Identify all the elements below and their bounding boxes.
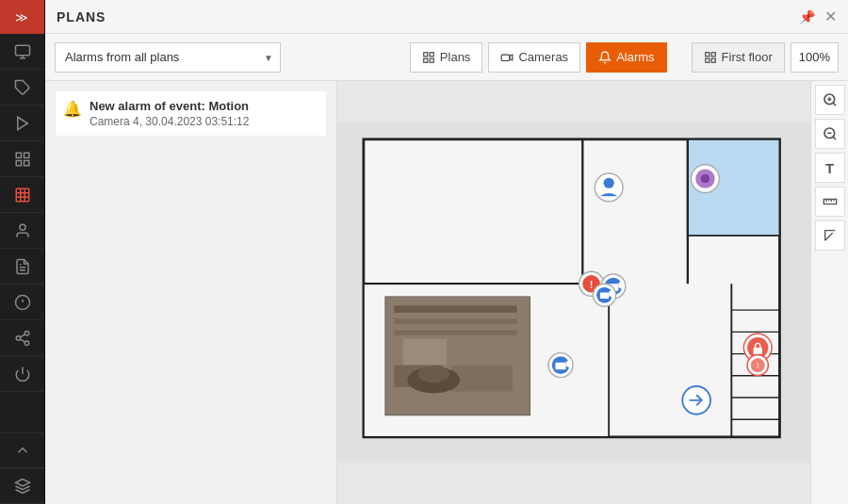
dropdown-container: Alarms from all plans First floor Second… xyxy=(55,42,281,73)
plans-icon xyxy=(422,51,435,64)
svg-rect-35 xyxy=(711,52,715,56)
zoom-display: 100% xyxy=(791,42,839,73)
content-area: 🔔 New alarm of event: Motion Camera 4, 3… xyxy=(45,81,848,504)
svg-point-15 xyxy=(20,224,25,230)
svg-rect-1 xyxy=(15,45,29,56)
sidebar-item-nodes[interactable] xyxy=(0,320,44,356)
cameras-button[interactable]: Cameras xyxy=(488,42,580,73)
svg-text:≫: ≫ xyxy=(15,10,28,24)
alarm-title: New alarm of event: Motion xyxy=(90,99,249,113)
cameras-icon xyxy=(500,51,514,64)
close-icon[interactable]: ✕ xyxy=(824,8,837,25)
svg-rect-34 xyxy=(705,52,709,56)
svg-rect-28 xyxy=(424,52,428,56)
svg-rect-56 xyxy=(394,305,516,312)
svg-rect-8 xyxy=(16,160,21,165)
svg-point-21 xyxy=(24,331,29,335)
svg-rect-9 xyxy=(24,160,28,165)
main-panel: PLANS 📌 ✕ Alarms from all plans First fl… xyxy=(45,0,848,504)
floor-plan-area: ! xyxy=(337,81,848,504)
svg-point-22 xyxy=(16,335,21,340)
svg-rect-60 xyxy=(460,339,495,361)
alarm-bell-icon: 🔔 xyxy=(63,100,82,118)
svg-rect-79 xyxy=(600,293,609,300)
sidebar-item-monitor[interactable] xyxy=(0,34,44,70)
alarm-subtitle: Camera 4, 30.04.2023 03:51:12 xyxy=(90,115,249,128)
svg-rect-6 xyxy=(16,153,21,157)
svg-point-69 xyxy=(701,174,709,183)
sidebar-item-layers[interactable] xyxy=(0,468,44,504)
alarm-item[interactable]: 🔔 New alarm of event: Motion Camera 4, 3… xyxy=(55,90,327,137)
sidebar-item-power[interactable] xyxy=(0,356,44,392)
page-title: PLANS xyxy=(57,9,799,24)
ruler-tool-button[interactable] xyxy=(815,187,845,217)
angle-tool-button[interactable] xyxy=(815,220,845,251)
sidebar-item-circle[interactable] xyxy=(0,285,44,320)
sidebar-item-grid[interactable] xyxy=(0,141,44,177)
alarm-details: New alarm of event: Motion Camera 4, 30.… xyxy=(90,99,249,128)
svg-rect-58 xyxy=(394,330,516,335)
floor-button-label: First floor xyxy=(722,50,773,64)
zoom-in-button[interactable] xyxy=(815,85,845,115)
floor-plan-svg[interactable]: ! xyxy=(337,81,810,504)
svg-line-25 xyxy=(20,333,24,336)
alarms-list-panel: 🔔 New alarm of event: Motion Camera 4, 3… xyxy=(45,81,337,504)
svg-rect-10 xyxy=(16,188,29,202)
toolbar: Alarms from all plans First floor Second… xyxy=(45,34,848,81)
text-tool-button[interactable]: T xyxy=(815,153,845,183)
sidebar-item-play[interactable] xyxy=(0,106,44,141)
svg-rect-83 xyxy=(555,363,565,369)
sidebar-item-tag[interactable] xyxy=(0,70,44,106)
sidebar-item-report[interactable] xyxy=(0,249,44,285)
plans-button[interactable]: Plans xyxy=(410,42,483,73)
cameras-button-label: Cameras xyxy=(518,50,568,64)
floor-selector-button[interactable]: First floor xyxy=(692,42,785,73)
svg-rect-31 xyxy=(430,58,433,62)
svg-point-23 xyxy=(24,341,29,346)
right-toolbar: T xyxy=(810,81,848,504)
svg-rect-32 xyxy=(502,55,511,60)
sidebar-item-chevron-up[interactable] xyxy=(0,432,44,468)
zoom-out-button[interactable] xyxy=(815,119,845,149)
alarms-icon xyxy=(598,51,612,64)
floor-icon xyxy=(704,51,717,64)
svg-line-24 xyxy=(20,339,24,342)
alarms-button-label: Alarms xyxy=(616,50,654,64)
svg-rect-37 xyxy=(711,58,715,62)
svg-line-97 xyxy=(833,137,836,139)
svg-rect-29 xyxy=(430,52,433,56)
svg-point-64 xyxy=(418,366,449,383)
title-bar: PLANS 📌 ✕ xyxy=(45,0,848,34)
svg-rect-88 xyxy=(754,348,762,354)
svg-rect-36 xyxy=(705,58,709,62)
pin-icon[interactable]: 📌 xyxy=(799,9,815,24)
svg-rect-57 xyxy=(394,318,516,324)
svg-rect-30 xyxy=(424,58,428,62)
svg-marker-27 xyxy=(15,480,29,487)
alarms-button[interactable]: Alarms xyxy=(586,42,666,73)
sidebar-bottom xyxy=(0,432,44,504)
text-tool-icon: T xyxy=(825,160,834,176)
sidebar-item-person[interactable] xyxy=(0,213,44,249)
svg-marker-5 xyxy=(17,117,27,130)
svg-point-66 xyxy=(604,178,614,188)
plans-button-label: Plans xyxy=(440,50,471,64)
svg-rect-59 xyxy=(403,339,447,366)
svg-rect-7 xyxy=(24,153,28,157)
sidebar-item-map[interactable] xyxy=(0,177,44,213)
svg-marker-33 xyxy=(510,55,513,60)
sidebar-toggle[interactable]: ≫ xyxy=(0,0,44,34)
svg-line-93 xyxy=(833,103,836,106)
sidebar: ≫ xyxy=(0,0,45,504)
svg-rect-62 xyxy=(451,366,513,392)
svg-text:!: ! xyxy=(757,361,758,370)
plans-dropdown[interactable]: Alarms from all plans First floor Second… xyxy=(55,42,281,73)
svg-text:!: ! xyxy=(590,279,594,290)
